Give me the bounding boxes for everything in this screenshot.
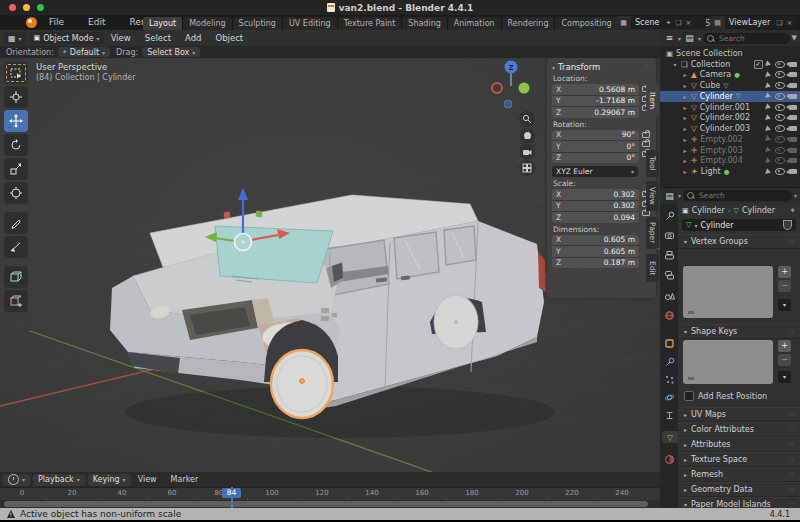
location-z-field[interactable]: Z0.29067 m [552, 107, 639, 118]
shape-keys-list[interactable] [683, 340, 773, 384]
properties-editor-icon[interactable]: ▤ [663, 190, 676, 202]
tab-material-icon[interactable] [663, 453, 675, 465]
outliner-display-mode-icon[interactable]: ≡ [663, 32, 676, 44]
active-front-wheel[interactable] [271, 350, 333, 418]
visibility-icon[interactable] [775, 61, 785, 68]
selectable-icon[interactable] [765, 60, 772, 67]
remove-shape-key-button[interactable]: − [778, 354, 791, 366]
outliner-row-cylinder-001[interactable]: ▸▽ Cylinder.001 [660, 102, 800, 113]
selectable-icon[interactable] [765, 103, 772, 110]
sidebar-tab-item[interactable]: Item [646, 84, 659, 117]
texture-space-panel-header[interactable]: ▸Texture Space∷ [678, 452, 800, 467]
selectable-icon[interactable] [765, 146, 772, 153]
pin-icon[interactable]: ✦ [663, 19, 673, 27]
shape-keys-panel-header[interactable]: ▾Shape Keys∷ [678, 324, 800, 339]
scene-selector[interactable]: ▦ Scene ✦ ❏ × [616, 16, 706, 29]
select-box-tool[interactable] [4, 62, 28, 84]
selectable-icon[interactable] [765, 125, 772, 132]
expand-icon[interactable]: ▾ [672, 61, 678, 68]
tab-output-icon[interactable] [663, 249, 675, 261]
view-layer-selector[interactable]: ▤ ViewLayer ❏ × [710, 16, 798, 29]
remove-vertex-group-button[interactable]: − [778, 280, 791, 292]
selectable-icon[interactable] [765, 71, 772, 78]
timeline-editor-type-selector[interactable]: ▾ [3, 474, 30, 486]
render-visibility-icon[interactable] [789, 137, 797, 142]
render-visibility-icon[interactable] [789, 115, 797, 120]
vertex-groups-list[interactable] [683, 266, 773, 318]
sidebar-tab-tool[interactable]: Tool [646, 150, 659, 177]
playhead-label[interactable]: 84 [222, 488, 241, 498]
workspace-tab-sculpting[interactable]: Sculpting [233, 17, 283, 30]
scale-tool[interactable] [4, 158, 28, 180]
selectable-icon[interactable] [765, 93, 772, 100]
menu-edit[interactable]: Edit [76, 15, 117, 30]
properties-search-input[interactable] [697, 190, 788, 201]
sidebar-tab-view[interactable]: View [646, 181, 659, 211]
scale-y-field[interactable]: Y0.302 [552, 201, 639, 212]
nav-gizmo-neg-z-ball[interactable] [504, 100, 512, 108]
toggle-orthographic-button[interactable] [519, 160, 535, 176]
gizmo-plane-handle-x[interactable] [224, 212, 231, 219]
add-rest-position-checkbox[interactable] [684, 391, 694, 401]
properties-search[interactable] [683, 190, 792, 201]
dimensions-x-field[interactable]: X0.605 m [552, 235, 639, 246]
workspace-tab-modeling[interactable]: Modeling [183, 17, 232, 30]
selectable-icon[interactable] [765, 168, 772, 175]
shape-key-specials-menu[interactable]: ▾ [778, 371, 791, 383]
geometry-data-panel-header[interactable]: ▸Geometry Data∷ [678, 482, 800, 497]
navigation-gizmo[interactable]: Z [492, 61, 530, 109]
scale-x-field[interactable]: X0.302 [552, 189, 639, 200]
color-attributes-panel-header[interactable]: ▸Color Attributes∷ [678, 422, 800, 437]
rotation-y-field[interactable]: Y0° [552, 141, 639, 152]
add-shape-key-button[interactable]: + [778, 340, 791, 352]
editor-type-selector[interactable]: ▦▾ [4, 32, 26, 44]
render-visibility-icon[interactable] [789, 83, 797, 88]
tab-constraints-icon[interactable] [663, 409, 675, 421]
uv-maps-panel-header[interactable]: ▸UV Maps∷ [678, 407, 800, 422]
move-tool[interactable] [4, 110, 28, 132]
workspace-tab-uv-editing[interactable]: UV Editing [283, 17, 338, 30]
outliner-row-empty-002[interactable]: ▸✚ Empty.002 [660, 134, 800, 145]
view-menu[interactable]: View [131, 475, 164, 484]
tab-object-icon[interactable] [663, 337, 675, 349]
tab-particles-icon[interactable] [663, 373, 675, 385]
outliner-row-empty-003[interactable]: ▸✚ Empty.003 [660, 145, 800, 156]
location-y-field[interactable]: Y-1.7168 m [552, 96, 639, 107]
add-vertex-group-button[interactable]: + [778, 266, 791, 278]
visibility-icon[interactable] [775, 82, 785, 89]
collapse-panel-icon[interactable]: ▾ [552, 64, 555, 71]
van-model[interactable] [110, 195, 546, 418]
tab-modifiers-icon[interactable] [663, 355, 675, 367]
outliner-row-cylinder-002[interactable]: ▸▽ Cylinder.002 [660, 113, 800, 124]
playback-menu[interactable]: Playback▾ [33, 474, 85, 486]
workspace-tab-layout[interactable]: Layout [143, 17, 183, 30]
gizmo-plane-handle-y[interactable] [256, 211, 263, 218]
mesh-name-field[interactable]: ▽▾ Cylinder [682, 219, 796, 231]
nav-gizmo-x-ball[interactable] [492, 83, 502, 93]
render-visibility-icon[interactable] [789, 62, 797, 67]
tab-object-data-icon-active[interactable]: ▽ [662, 431, 678, 443]
attributes-panel-header[interactable]: ▸Attributes∷ [678, 437, 800, 452]
visibility-off-icon[interactable] [775, 136, 785, 143]
render-visibility-icon[interactable] [789, 105, 797, 110]
visibility-off-icon[interactable] [775, 147, 785, 154]
keying-menu[interactable]: Keying▾ [88, 474, 131, 486]
new-scene-icon[interactable]: ❏ [673, 19, 683, 27]
add-cube-extra-tool[interactable] [4, 290, 28, 312]
outliner-row-light[interactable]: ▸☀ Light● [660, 166, 800, 177]
rotation-mode-dropdown[interactable]: XYZ Euler▾ [552, 166, 638, 177]
outliner-row-camera[interactable]: ▸▲ Camera● [660, 70, 800, 81]
pan-view-button[interactable] [519, 128, 535, 144]
outliner-search[interactable] [703, 33, 790, 44]
annotate-tool[interactable] [4, 212, 28, 234]
tab-view-layer-icon[interactable] [663, 269, 675, 281]
workspace-tab-shading[interactable]: Shading [402, 17, 448, 30]
visibility-icon[interactable] [775, 71, 785, 78]
drag-dropdown[interactable]: Select Box▾ [142, 47, 200, 57]
lock-icon[interactable] [642, 132, 650, 138]
outliner-row-collection[interactable]: ▾ ❏ Collection ✓ [660, 59, 800, 70]
workspace-tab-texture-paint[interactable]: Texture Paint [338, 17, 403, 30]
tab-world-icon[interactable] [663, 309, 675, 321]
timeline-ruler[interactable]: 0 20 40 60 80 100 120 140 160 180 200 22… [0, 487, 660, 501]
vertex-group-specials-menu[interactable]: ▾ [778, 299, 791, 311]
